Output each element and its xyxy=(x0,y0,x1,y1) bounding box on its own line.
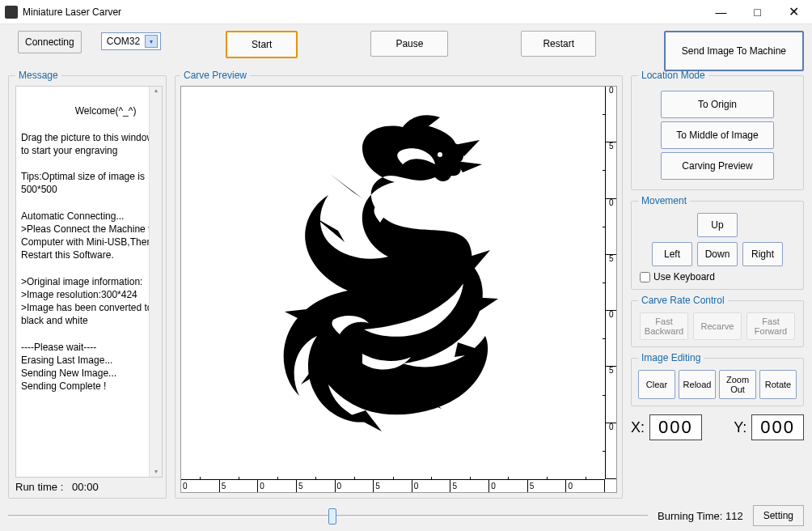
send-image-button[interactable]: Send Image To Machine xyxy=(664,31,804,71)
preview-canvas[interactable]: 05050505050 0505050 xyxy=(180,86,617,493)
ruler-vertical: 0505050 xyxy=(605,87,616,479)
svg-point-0 xyxy=(438,152,442,157)
burning-time-slider[interactable] xyxy=(8,510,648,521)
reload-button[interactable]: Reload xyxy=(679,370,716,399)
carve-rate-legend: Carve Rate Control xyxy=(638,295,728,306)
move-right-button[interactable]: Right xyxy=(742,242,783,266)
message-legend: Message xyxy=(15,70,61,81)
preview-group: Carve Preview xyxy=(175,70,623,499)
location-legend: Location Mode xyxy=(638,70,708,81)
maximize-button[interactable]: □ xyxy=(739,0,776,24)
bottom-bar: Burning Time: 112 Setting xyxy=(8,499,804,526)
y-value: 000 xyxy=(751,414,804,440)
to-middle-button[interactable]: To Middle of Image xyxy=(661,121,774,149)
pause-button[interactable]: Pause xyxy=(370,31,448,57)
start-button[interactable]: Start xyxy=(226,31,298,58)
to-origin-button[interactable]: To Origin xyxy=(661,91,774,118)
window-title: Miniature Laser Carver xyxy=(23,6,703,18)
preview-legend: Carve Preview xyxy=(180,70,250,81)
message-log[interactable]: Welcome(^_^) Drag the picture to this wi… xyxy=(15,86,163,478)
clear-button[interactable]: Clear xyxy=(638,370,675,399)
movement-group: Movement Up Left Down Right Use Keyboard xyxy=(631,195,804,290)
message-group: Message Welcome(^_^) Drag the picture to… xyxy=(8,70,167,499)
connecting-button[interactable]: Connecting xyxy=(18,31,82,53)
burning-time-label: Burning Time: 112 xyxy=(658,510,743,522)
x-value: 000 xyxy=(649,414,702,440)
close-button[interactable]: ✕ xyxy=(776,0,812,24)
coordinates-display: X: 000 Y: 000 xyxy=(631,414,804,440)
x-label: X: xyxy=(631,419,645,436)
carve-rate-group: Carve Rate Control Fast Backward Recarve… xyxy=(631,295,804,347)
move-up-button[interactable]: Up xyxy=(697,213,738,237)
zoom-out-button[interactable]: Zoom Out xyxy=(719,370,756,399)
restart-button[interactable]: Restart xyxy=(521,31,596,57)
ruler-horizontal: 05050505050 xyxy=(181,479,605,492)
minimize-button[interactable]: — xyxy=(703,0,739,24)
side-panel: Location Mode To Origin To Middle of Ima… xyxy=(631,70,804,499)
burning-time-value: 112 xyxy=(725,510,743,522)
y-label: Y: xyxy=(734,419,746,436)
recarve-button: Recarve xyxy=(693,312,742,340)
setting-button[interactable]: Setting xyxy=(753,505,804,526)
carving-preview-button[interactable]: Carving Preview xyxy=(661,152,774,180)
app-icon xyxy=(5,6,18,19)
runtime-label: Run time : 00:00 xyxy=(15,478,163,493)
use-keyboard-checkbox[interactable]: Use Keyboard xyxy=(640,271,795,282)
image-editing-group: Image Editing Clear Reload Zoom Out Rota… xyxy=(631,352,804,406)
runtime-value: 00:00 xyxy=(72,481,99,493)
move-left-button[interactable]: Left xyxy=(652,242,692,266)
scrollbar[interactable] xyxy=(149,87,162,477)
toolbar: Connecting COM32 ▾ Start Pause Restart S… xyxy=(8,31,804,68)
movement-legend: Movement xyxy=(638,195,690,206)
fast-backward-button: Fast Backward xyxy=(640,312,688,340)
rotate-button[interactable]: Rotate xyxy=(759,370,797,399)
move-down-button[interactable]: Down xyxy=(697,242,738,266)
image-editing-legend: Image Editing xyxy=(638,352,704,363)
port-select[interactable]: COM32 ▾ xyxy=(101,32,161,50)
titlebar: Miniature Laser Carver — □ ✕ xyxy=(0,0,812,24)
fast-forward-button: Fast Forward xyxy=(746,312,795,340)
port-value: COM32 xyxy=(107,36,140,47)
use-keyboard-input[interactable] xyxy=(640,272,650,282)
location-mode-group: Location Mode To Origin To Middle of Ima… xyxy=(631,70,804,190)
dropdown-arrow-icon: ▾ xyxy=(145,35,158,48)
message-text: Welcome(^_^) Drag the picture to this wi… xyxy=(21,105,159,392)
preview-image xyxy=(281,111,516,435)
slider-thumb[interactable] xyxy=(328,508,336,525)
